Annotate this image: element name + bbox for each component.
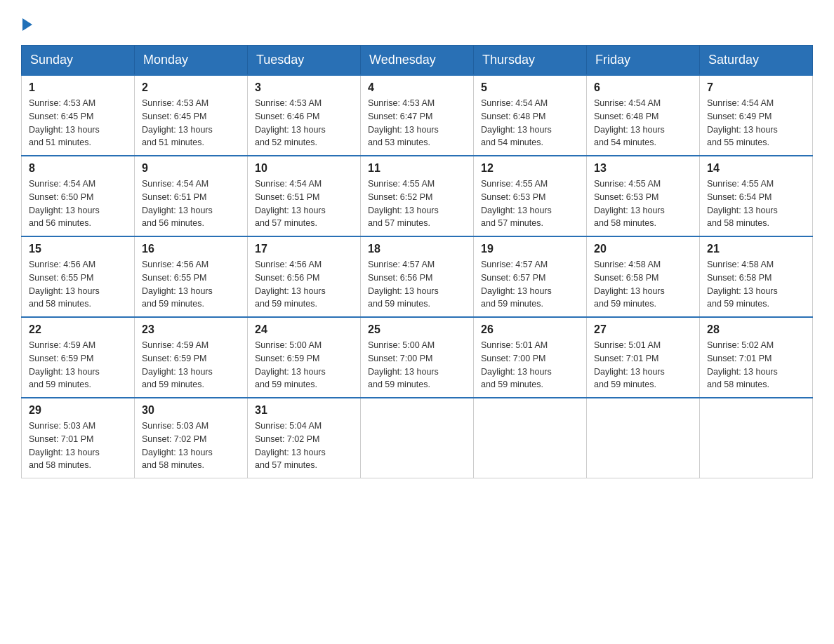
day-number: 25	[368, 323, 466, 336]
calendar-header-wednesday: Wednesday	[361, 46, 474, 76]
calendar-cell: 3 Sunrise: 4:53 AMSunset: 6:46 PMDayligh…	[248, 75, 361, 156]
calendar-cell	[587, 398, 700, 478]
calendar-header-monday: Monday	[135, 46, 248, 76]
day-info: Sunrise: 4:54 AMSunset: 6:49 PMDaylight:…	[707, 97, 805, 149]
day-number: 5	[481, 81, 579, 94]
calendar-week-row: 29 Sunrise: 5:03 AMSunset: 7:01 PMDaylig…	[22, 398, 813, 478]
calendar-cell: 16 Sunrise: 4:56 AMSunset: 6:55 PMDaylig…	[135, 236, 248, 317]
day-number: 15	[29, 243, 127, 255]
logo	[21, 14, 32, 31]
calendar-cell: 17 Sunrise: 4:56 AMSunset: 6:56 PMDaylig…	[248, 236, 361, 317]
day-info: Sunrise: 4:57 AMSunset: 6:57 PMDaylight:…	[481, 258, 579, 311]
day-info: Sunrise: 4:55 AMSunset: 6:53 PMDaylight:…	[594, 177, 692, 230]
calendar-cell: 14 Sunrise: 4:55 AMSunset: 6:54 PMDaylig…	[700, 156, 813, 236]
day-info: Sunrise: 4:53 AMSunset: 6:46 PMDaylight:…	[255, 97, 353, 149]
day-info: Sunrise: 4:58 AMSunset: 6:58 PMDaylight:…	[707, 258, 805, 311]
day-number: 7	[707, 81, 805, 94]
calendar-cell	[474, 398, 587, 478]
day-number: 21	[707, 243, 805, 255]
day-info: Sunrise: 4:54 AMSunset: 6:48 PMDaylight:…	[481, 97, 579, 149]
day-info: Sunrise: 4:59 AMSunset: 6:59 PMDaylight:…	[29, 339, 127, 391]
day-info: Sunrise: 4:56 AMSunset: 6:56 PMDaylight:…	[255, 258, 353, 311]
day-info: Sunrise: 5:03 AMSunset: 7:01 PMDaylight:…	[29, 420, 127, 472]
calendar-cell: 9 Sunrise: 4:54 AMSunset: 6:51 PMDayligh…	[135, 156, 248, 236]
day-info: Sunrise: 4:55 AMSunset: 6:53 PMDaylight:…	[481, 177, 579, 230]
calendar-cell: 2 Sunrise: 4:53 AMSunset: 6:45 PMDayligh…	[135, 75, 248, 156]
day-info: Sunrise: 4:54 AMSunset: 6:51 PMDaylight:…	[255, 177, 353, 230]
day-number: 20	[594, 243, 692, 255]
day-number: 27	[594, 323, 692, 336]
day-info: Sunrise: 4:53 AMSunset: 6:45 PMDaylight:…	[29, 97, 127, 149]
day-info: Sunrise: 5:04 AMSunset: 7:02 PMDaylight:…	[255, 420, 353, 472]
day-number: 26	[481, 323, 579, 336]
calendar-cell: 5 Sunrise: 4:54 AMSunset: 6:48 PMDayligh…	[474, 75, 587, 156]
calendar-cell: 15 Sunrise: 4:56 AMSunset: 6:55 PMDaylig…	[22, 236, 135, 317]
day-number: 9	[142, 162, 240, 175]
day-info: Sunrise: 5:00 AMSunset: 6:59 PMDaylight:…	[255, 339, 353, 391]
day-number: 19	[481, 243, 579, 255]
day-info: Sunrise: 4:55 AMSunset: 6:54 PMDaylight:…	[707, 177, 805, 230]
day-info: Sunrise: 4:53 AMSunset: 6:45 PMDaylight:…	[142, 97, 240, 149]
calendar-cell: 12 Sunrise: 4:55 AMSunset: 6:53 PMDaylig…	[474, 156, 587, 236]
day-number: 23	[142, 323, 240, 336]
calendar-cell: 23 Sunrise: 4:59 AMSunset: 6:59 PMDaylig…	[135, 317, 248, 398]
day-number: 12	[481, 162, 579, 175]
day-info: Sunrise: 4:56 AMSunset: 6:55 PMDaylight:…	[142, 258, 240, 311]
calendar-table: SundayMondayTuesdayWednesdayThursdayFrid…	[21, 45, 813, 478]
day-info: Sunrise: 4:55 AMSunset: 6:52 PMDaylight:…	[368, 177, 466, 230]
calendar-cell: 26 Sunrise: 5:01 AMSunset: 7:00 PMDaylig…	[474, 317, 587, 398]
calendar-cell: 27 Sunrise: 5:01 AMSunset: 7:01 PMDaylig…	[587, 317, 700, 398]
day-number: 4	[368, 81, 466, 94]
calendar-header-friday: Friday	[587, 46, 700, 76]
day-number: 24	[255, 323, 353, 336]
day-number: 1	[29, 81, 127, 94]
day-info: Sunrise: 4:58 AMSunset: 6:58 PMDaylight:…	[594, 258, 692, 311]
day-info: Sunrise: 4:54 AMSunset: 6:51 PMDaylight:…	[142, 177, 240, 230]
calendar-header-saturday: Saturday	[700, 46, 813, 76]
calendar-header-sunday: Sunday	[22, 46, 135, 76]
calendar-cell: 4 Sunrise: 4:53 AMSunset: 6:47 PMDayligh…	[361, 75, 474, 156]
calendar-week-row: 1 Sunrise: 4:53 AMSunset: 6:45 PMDayligh…	[22, 75, 813, 156]
calendar-cell: 19 Sunrise: 4:57 AMSunset: 6:57 PMDaylig…	[474, 236, 587, 317]
page-header	[21, 14, 813, 31]
day-info: Sunrise: 5:01 AMSunset: 7:01 PMDaylight:…	[594, 339, 692, 391]
calendar-cell: 6 Sunrise: 4:54 AMSunset: 6:48 PMDayligh…	[587, 75, 700, 156]
calendar-cell: 13 Sunrise: 4:55 AMSunset: 6:53 PMDaylig…	[587, 156, 700, 236]
day-info: Sunrise: 4:56 AMSunset: 6:55 PMDaylight:…	[29, 258, 127, 311]
day-number: 16	[142, 243, 240, 255]
day-info: Sunrise: 4:59 AMSunset: 6:59 PMDaylight:…	[142, 339, 240, 391]
day-number: 22	[29, 323, 127, 336]
logo-arrow-icon	[22, 18, 32, 31]
day-info: Sunrise: 4:57 AMSunset: 6:56 PMDaylight:…	[368, 258, 466, 311]
day-number: 2	[142, 81, 240, 94]
day-number: 3	[255, 81, 353, 94]
day-info: Sunrise: 5:01 AMSunset: 7:00 PMDaylight:…	[481, 339, 579, 391]
day-number: 18	[368, 243, 466, 255]
day-info: Sunrise: 5:00 AMSunset: 7:00 PMDaylight:…	[368, 339, 466, 391]
day-number: 29	[29, 404, 127, 417]
calendar-week-row: 22 Sunrise: 4:59 AMSunset: 6:59 PMDaylig…	[22, 317, 813, 398]
day-info: Sunrise: 4:53 AMSunset: 6:47 PMDaylight:…	[368, 97, 466, 149]
day-number: 6	[594, 81, 692, 94]
calendar-cell: 31 Sunrise: 5:04 AMSunset: 7:02 PMDaylig…	[248, 398, 361, 478]
calendar-week-row: 15 Sunrise: 4:56 AMSunset: 6:55 PMDaylig…	[22, 236, 813, 317]
calendar-cell: 18 Sunrise: 4:57 AMSunset: 6:56 PMDaylig…	[361, 236, 474, 317]
calendar-header-row: SundayMondayTuesdayWednesdayThursdayFrid…	[22, 46, 813, 76]
calendar-cell: 25 Sunrise: 5:00 AMSunset: 7:00 PMDaylig…	[361, 317, 474, 398]
calendar-cell	[361, 398, 474, 478]
day-number: 14	[707, 162, 805, 175]
day-number: 31	[255, 404, 353, 417]
calendar-cell: 20 Sunrise: 4:58 AMSunset: 6:58 PMDaylig…	[587, 236, 700, 317]
calendar-week-row: 8 Sunrise: 4:54 AMSunset: 6:50 PMDayligh…	[22, 156, 813, 236]
day-number: 11	[368, 162, 466, 175]
calendar-cell: 24 Sunrise: 5:00 AMSunset: 6:59 PMDaylig…	[248, 317, 361, 398]
calendar-cell: 11 Sunrise: 4:55 AMSunset: 6:52 PMDaylig…	[361, 156, 474, 236]
day-info: Sunrise: 5:02 AMSunset: 7:01 PMDaylight:…	[707, 339, 805, 391]
day-number: 30	[142, 404, 240, 417]
calendar-cell: 21 Sunrise: 4:58 AMSunset: 6:58 PMDaylig…	[700, 236, 813, 317]
calendar-cell: 30 Sunrise: 5:03 AMSunset: 7:02 PMDaylig…	[135, 398, 248, 478]
calendar-cell	[700, 398, 813, 478]
day-number: 17	[255, 243, 353, 255]
day-info: Sunrise: 4:54 AMSunset: 6:48 PMDaylight:…	[594, 97, 692, 149]
calendar-cell: 1 Sunrise: 4:53 AMSunset: 6:45 PMDayligh…	[22, 75, 135, 156]
